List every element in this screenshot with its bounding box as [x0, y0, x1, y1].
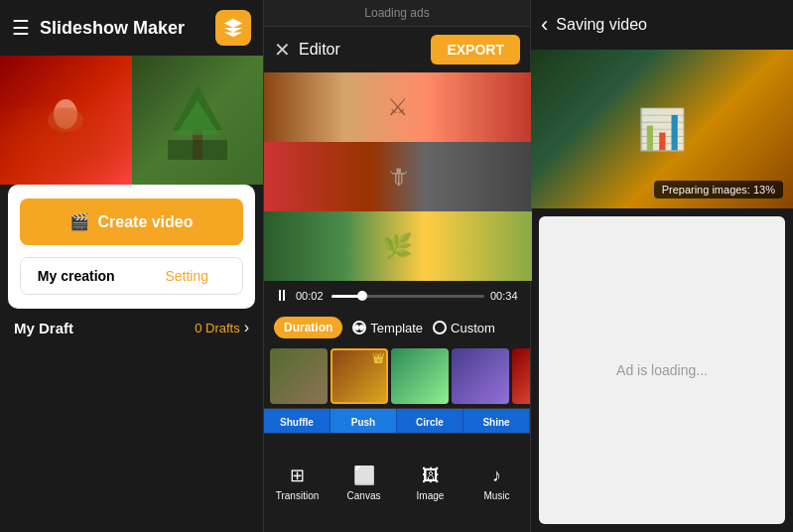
progress-bar[interactable]: [331, 295, 484, 298]
video-scene-1: ⚔: [264, 72, 532, 142]
back-arrow-icon[interactable]: ‹: [541, 12, 548, 38]
draft-arrow-icon[interactable]: ›: [244, 319, 249, 336]
setting-tab[interactable]: Setting: [132, 258, 243, 294]
duration-badge[interactable]: Duration: [274, 317, 342, 338]
ad-loading-text: Ad is loading...: [616, 362, 708, 378]
action-card: 🎬 Create video My creation Setting: [8, 185, 255, 309]
transition-circle[interactable]: Circle: [397, 409, 463, 433]
transition-shine[interactable]: Shine: [463, 409, 530, 433]
crown-icon: 👑: [372, 352, 384, 363]
svg-point-1: [48, 108, 83, 132]
current-time: 00:02: [296, 290, 326, 302]
tool-music[interactable]: ♪ Music: [463, 434, 530, 532]
thumbnails-strip: 👑: [264, 344, 530, 408]
duration-options: Duration Template Custom: [264, 311, 530, 344]
progress-dot: [357, 291, 367, 301]
film-icon: 🎬: [69, 212, 89, 231]
my-creation-tab[interactable]: My creation: [21, 258, 132, 294]
bottom-toolbar: ⊞ Transition ⬜ Canvas 🖼 Image ♪ Music: [264, 433, 530, 532]
thumbnail-3[interactable]: [391, 348, 449, 404]
image-preview-2: [132, 56, 264, 185]
music-icon: ♪: [492, 466, 501, 486]
video-preview: ⚔ 🗡 🌿: [264, 72, 532, 281]
svg-rect-5: [168, 140, 227, 160]
pause-icon[interactable]: ⏸: [274, 287, 290, 305]
template-option[interactable]: Template: [352, 321, 423, 335]
app-title: Slideshow Maker: [40, 18, 215, 39]
right-header: ‹ Saving video: [531, 0, 793, 50]
editor-header: ✕ Editor EXPORT: [264, 27, 530, 72]
editor-title: Editor: [299, 41, 431, 59]
image-icon: 🖼: [422, 466, 440, 486]
hamburger-icon[interactable]: ☰: [12, 16, 30, 40]
export-button[interactable]: EXPORT: [431, 35, 520, 65]
saving-preview: 📊 Preparing images: 13%: [531, 50, 793, 208]
left-panel: ☰ Slideshow Maker 🎬 Create vi: [0, 0, 263, 532]
custom-radio[interactable]: [433, 321, 447, 334]
close-icon[interactable]: ✕: [274, 38, 291, 62]
thumbnail-2[interactable]: 👑: [330, 348, 388, 404]
thumbnail-4[interactable]: [452, 348, 509, 404]
tool-canvas[interactable]: ⬜ Canvas: [330, 434, 397, 532]
canvas-icon: ⬜: [353, 465, 375, 486]
playback-bar: ⏸ 00:02 00:34: [264, 281, 530, 311]
ad-container: Ad is loading...: [539, 216, 785, 524]
image-preview-1: [0, 56, 132, 185]
transition-strip: Shuffle Push Circle Shine: [264, 408, 530, 433]
tool-transition[interactable]: ⊞ Transition: [264, 434, 330, 532]
middle-panel: Loading ads ✕ Editor EXPORT ⚔ 🗡 🌿 ⏸ 00:0…: [263, 0, 531, 532]
left-header: ☰ Slideshow Maker: [0, 0, 263, 56]
video-scene-2: 🗡: [264, 142, 532, 211]
transition-push[interactable]: Push: [330, 409, 397, 433]
total-time: 00:34: [490, 290, 520, 302]
right-panel: ‹ Saving video 📊 Preparing images: 13% A…: [531, 0, 793, 532]
tool-image[interactable]: 🖼 Image: [397, 434, 463, 532]
transition-icon: ⊞: [290, 465, 305, 486]
template-radio[interactable]: [352, 321, 366, 334]
custom-option[interactable]: Custom: [433, 321, 495, 335]
thumbnail-1[interactable]: [270, 348, 328, 404]
left-images: [0, 56, 263, 185]
tab-row: My creation Setting: [20, 257, 243, 295]
ads-bar: Loading ads: [264, 0, 530, 27]
svg-point-0: [54, 99, 77, 129]
video-scene-3: 🌿: [264, 211, 532, 281]
preparing-badge: Preparing images: 13%: [654, 181, 783, 199]
create-video-button[interactable]: 🎬 Create video: [20, 199, 243, 245]
draft-row: My Draft 0 Drafts ›: [0, 309, 263, 346]
chart-icon: 📊: [637, 106, 687, 153]
draft-count: 0 Drafts: [195, 321, 240, 335]
thumbnail-5[interactable]: [512, 348, 530, 404]
transition-shuffle[interactable]: Shuffle: [264, 409, 330, 433]
saving-title: Saving video: [556, 16, 647, 34]
draft-title: My Draft: [14, 320, 195, 336]
app-logo: [215, 10, 251, 46]
